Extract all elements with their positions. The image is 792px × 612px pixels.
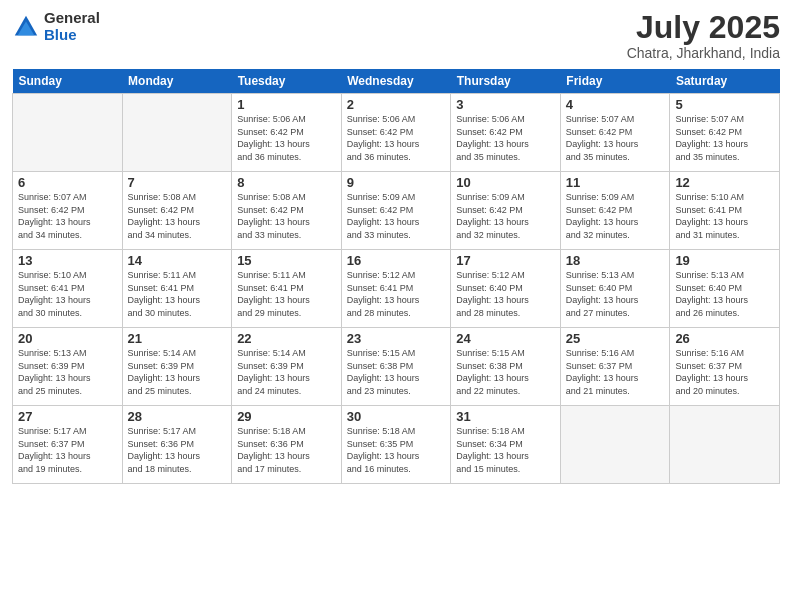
day-number: 29 [237,409,336,424]
calendar-header: SundayMondayTuesdayWednesdayThursdayFrid… [13,69,780,94]
day-info: Sunrise: 5:06 AM Sunset: 6:42 PM Dayligh… [456,113,555,163]
day-number: 15 [237,253,336,268]
calendar-cell: 19Sunrise: 5:13 AM Sunset: 6:40 PM Dayli… [670,250,780,328]
calendar-cell [670,406,780,484]
day-info: Sunrise: 5:08 AM Sunset: 6:42 PM Dayligh… [237,191,336,241]
day-number: 2 [347,97,446,112]
weekday-header-sunday: Sunday [13,69,123,94]
title-section: July 2025 Chatra, Jharkhand, India [627,10,780,61]
calendar-cell: 30Sunrise: 5:18 AM Sunset: 6:35 PM Dayli… [341,406,451,484]
day-number: 12 [675,175,774,190]
calendar-cell: 22Sunrise: 5:14 AM Sunset: 6:39 PM Dayli… [232,328,342,406]
day-info: Sunrise: 5:18 AM Sunset: 6:36 PM Dayligh… [237,425,336,475]
calendar-cell: 12Sunrise: 5:10 AM Sunset: 6:41 PM Dayli… [670,172,780,250]
day-number: 11 [566,175,665,190]
day-info: Sunrise: 5:08 AM Sunset: 6:42 PM Dayligh… [128,191,227,241]
week-row-5: 27Sunrise: 5:17 AM Sunset: 6:37 PM Dayli… [13,406,780,484]
logo-icon [12,13,40,41]
day-info: Sunrise: 5:07 AM Sunset: 6:42 PM Dayligh… [18,191,117,241]
day-info: Sunrise: 5:09 AM Sunset: 6:42 PM Dayligh… [566,191,665,241]
day-info: Sunrise: 5:11 AM Sunset: 6:41 PM Dayligh… [128,269,227,319]
day-info: Sunrise: 5:15 AM Sunset: 6:38 PM Dayligh… [347,347,446,397]
day-info: Sunrise: 5:13 AM Sunset: 6:39 PM Dayligh… [18,347,117,397]
calendar-cell: 31Sunrise: 5:18 AM Sunset: 6:34 PM Dayli… [451,406,561,484]
calendar-cell: 4Sunrise: 5:07 AM Sunset: 6:42 PM Daylig… [560,94,670,172]
day-number: 19 [675,253,774,268]
day-info: Sunrise: 5:17 AM Sunset: 6:37 PM Dayligh… [18,425,117,475]
weekday-header-monday: Monday [122,69,232,94]
calendar-cell: 21Sunrise: 5:14 AM Sunset: 6:39 PM Dayli… [122,328,232,406]
day-number: 30 [347,409,446,424]
day-info: Sunrise: 5:15 AM Sunset: 6:38 PM Dayligh… [456,347,555,397]
day-number: 8 [237,175,336,190]
day-info: Sunrise: 5:09 AM Sunset: 6:42 PM Dayligh… [347,191,446,241]
calendar-cell: 11Sunrise: 5:09 AM Sunset: 6:42 PM Dayli… [560,172,670,250]
logo-general: General [44,10,100,27]
day-info: Sunrise: 5:13 AM Sunset: 6:40 PM Dayligh… [675,269,774,319]
calendar-cell [122,94,232,172]
day-number: 22 [237,331,336,346]
day-number: 16 [347,253,446,268]
weekday-header-tuesday: Tuesday [232,69,342,94]
calendar-cell: 26Sunrise: 5:16 AM Sunset: 6:37 PM Dayli… [670,328,780,406]
day-number: 13 [18,253,117,268]
day-number: 18 [566,253,665,268]
calendar-cell: 27Sunrise: 5:17 AM Sunset: 6:37 PM Dayli… [13,406,123,484]
calendar-cell: 23Sunrise: 5:15 AM Sunset: 6:38 PM Dayli… [341,328,451,406]
day-info: Sunrise: 5:11 AM Sunset: 6:41 PM Dayligh… [237,269,336,319]
calendar-cell: 16Sunrise: 5:12 AM Sunset: 6:41 PM Dayli… [341,250,451,328]
day-info: Sunrise: 5:07 AM Sunset: 6:42 PM Dayligh… [566,113,665,163]
week-row-2: 6Sunrise: 5:07 AM Sunset: 6:42 PM Daylig… [13,172,780,250]
calendar-cell: 7Sunrise: 5:08 AM Sunset: 6:42 PM Daylig… [122,172,232,250]
day-info: Sunrise: 5:14 AM Sunset: 6:39 PM Dayligh… [237,347,336,397]
day-number: 26 [675,331,774,346]
day-number: 23 [347,331,446,346]
day-info: Sunrise: 5:18 AM Sunset: 6:35 PM Dayligh… [347,425,446,475]
calendar-cell: 17Sunrise: 5:12 AM Sunset: 6:40 PM Dayli… [451,250,561,328]
logo-blue: Blue [44,27,100,44]
calendar-cell [560,406,670,484]
calendar-cell: 13Sunrise: 5:10 AM Sunset: 6:41 PM Dayli… [13,250,123,328]
day-number: 28 [128,409,227,424]
weekday-header-wednesday: Wednesday [341,69,451,94]
calendar-cell: 29Sunrise: 5:18 AM Sunset: 6:36 PM Dayli… [232,406,342,484]
calendar-cell: 2Sunrise: 5:06 AM Sunset: 6:42 PM Daylig… [341,94,451,172]
day-info: Sunrise: 5:09 AM Sunset: 6:42 PM Dayligh… [456,191,555,241]
weekday-header-thursday: Thursday [451,69,561,94]
day-info: Sunrise: 5:14 AM Sunset: 6:39 PM Dayligh… [128,347,227,397]
calendar-cell: 8Sunrise: 5:08 AM Sunset: 6:42 PM Daylig… [232,172,342,250]
location-subtitle: Chatra, Jharkhand, India [627,45,780,61]
day-info: Sunrise: 5:16 AM Sunset: 6:37 PM Dayligh… [566,347,665,397]
header: General Blue July 2025 Chatra, Jharkhand… [12,10,780,61]
day-info: Sunrise: 5:06 AM Sunset: 6:42 PM Dayligh… [347,113,446,163]
day-number: 24 [456,331,555,346]
calendar-cell: 18Sunrise: 5:13 AM Sunset: 6:40 PM Dayli… [560,250,670,328]
calendar-cell: 1Sunrise: 5:06 AM Sunset: 6:42 PM Daylig… [232,94,342,172]
calendar-cell: 6Sunrise: 5:07 AM Sunset: 6:42 PM Daylig… [13,172,123,250]
day-number: 25 [566,331,665,346]
day-info: Sunrise: 5:10 AM Sunset: 6:41 PM Dayligh… [675,191,774,241]
weekday-header-friday: Friday [560,69,670,94]
calendar-cell: 9Sunrise: 5:09 AM Sunset: 6:42 PM Daylig… [341,172,451,250]
day-info: Sunrise: 5:18 AM Sunset: 6:34 PM Dayligh… [456,425,555,475]
calendar-table: SundayMondayTuesdayWednesdayThursdayFrid… [12,69,780,484]
day-info: Sunrise: 5:13 AM Sunset: 6:40 PM Dayligh… [566,269,665,319]
calendar-cell [13,94,123,172]
day-number: 21 [128,331,227,346]
calendar-cell: 25Sunrise: 5:16 AM Sunset: 6:37 PM Dayli… [560,328,670,406]
day-number: 3 [456,97,555,112]
calendar-cell: 3Sunrise: 5:06 AM Sunset: 6:42 PM Daylig… [451,94,561,172]
week-row-3: 13Sunrise: 5:10 AM Sunset: 6:41 PM Dayli… [13,250,780,328]
day-info: Sunrise: 5:06 AM Sunset: 6:42 PM Dayligh… [237,113,336,163]
day-number: 10 [456,175,555,190]
calendar-cell: 20Sunrise: 5:13 AM Sunset: 6:39 PM Dayli… [13,328,123,406]
calendar-cell: 14Sunrise: 5:11 AM Sunset: 6:41 PM Dayli… [122,250,232,328]
week-row-1: 1Sunrise: 5:06 AM Sunset: 6:42 PM Daylig… [13,94,780,172]
day-number: 20 [18,331,117,346]
logo-text: General Blue [44,10,100,43]
calendar-cell: 10Sunrise: 5:09 AM Sunset: 6:42 PM Dayli… [451,172,561,250]
logo: General Blue [12,10,100,43]
day-number: 17 [456,253,555,268]
page-container: General Blue July 2025 Chatra, Jharkhand… [0,0,792,494]
day-info: Sunrise: 5:16 AM Sunset: 6:37 PM Dayligh… [675,347,774,397]
